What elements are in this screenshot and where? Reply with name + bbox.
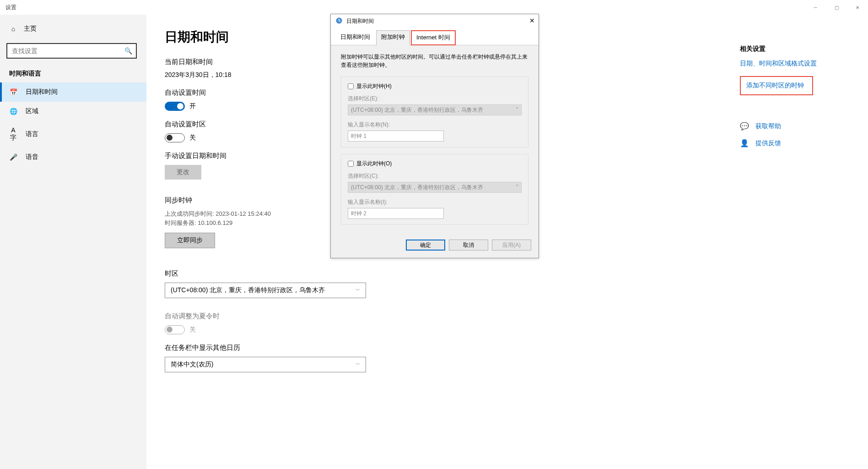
timezone-2-value: (UTC+08:00) 北京，重庆，香港特别行政区，乌鲁木齐 — [351, 184, 483, 191]
sidebar-item-datetime[interactable]: 📅 日期和时间 — [0, 82, 146, 102]
select-tz-1-label: 选择时区(E): — [348, 95, 522, 103]
window-titlebar: 设置 — [0, 0, 868, 15]
close-button[interactable]: ✕ — [847, 0, 868, 15]
timezone-2-select: (UTC+08:00) 北京，重庆，香港特别行政区，乌鲁木齐 ˅ — [348, 182, 522, 193]
sidebar-item-label: 语言 — [26, 130, 38, 138]
language-icon: A字 — [9, 126, 17, 142]
format-settings-link[interactable]: 日期、时间和区域格式设置 — [740, 60, 841, 68]
feedback-icon: 👤 — [740, 139, 748, 147]
clock-icon — [335, 17, 343, 26]
search-input[interactable] — [6, 43, 137, 59]
auto-time-state: 开 — [189, 102, 196, 110]
timezone-dropdown[interactable]: (UTC+08:00) 北京，重庆，香港特别行政区，乌鲁木齐 ﹀ — [165, 283, 366, 298]
auto-time-toggle[interactable] — [165, 102, 185, 111]
show-clock-2-label: 显示此时钟(O) — [356, 160, 392, 168]
sidebar-item-label: 日期和时间 — [26, 88, 58, 96]
other-calendar-label: 在任务栏中显示其他日历 — [165, 344, 850, 352]
sidebar: ⌂ 主页 🔍 时间和语言 📅 日期和时间 🌐 区域 A字 语言 🎤 语音 — [0, 15, 146, 469]
cancel-button[interactable]: 取消 — [449, 240, 488, 251]
sidebar-home[interactable]: ⌂ 主页 — [0, 19, 146, 38]
chevron-down-icon: ﹀ — [356, 287, 360, 294]
dialog-tabs: 日期和时间 附加时钟 Internet 时间 — [331, 28, 539, 45]
window-title: 设置 — [5, 4, 16, 11]
calendar-icon: 📅 — [9, 88, 17, 96]
select-tz-2-label: 选择时区(C): — [348, 172, 522, 180]
sidebar-item-speech[interactable]: 🎤 语音 — [0, 147, 146, 167]
tab-datetime[interactable]: 日期和时间 — [335, 30, 375, 45]
related-settings-header: 相关设置 — [740, 45, 841, 53]
other-calendar-value: 简体中文(农历) — [171, 360, 213, 369]
dst-toggle — [165, 325, 185, 334]
auto-tz-state: 关 — [189, 134, 196, 142]
right-panel: 相关设置 日期、时间和区域格式设置 添加不同时区的时钟 💬 获取帮助 👤 提供反… — [740, 45, 841, 156]
clock-2-name-input — [348, 208, 444, 219]
sidebar-section-title: 时间和语言 — [0, 65, 146, 82]
timezone-1-select: (UTC+08:00) 北京，重庆，香港特别行政区，乌鲁木齐 ˅ — [348, 104, 522, 115]
globe-icon: 🌐 — [9, 108, 17, 115]
search-icon[interactable]: 🔍 — [124, 47, 132, 55]
name-2-label: 输入显示名称(I): — [348, 198, 522, 206]
sidebar-item-language[interactable]: A字 语言 — [0, 121, 146, 147]
change-datetime-button[interactable]: 更改 — [165, 165, 201, 180]
get-help-link[interactable]: 获取帮助 — [755, 122, 781, 131]
maximize-button[interactable]: ▢ — [826, 0, 847, 15]
show-clock-2-checkbox[interactable] — [348, 161, 354, 167]
name-1-label: 输入显示名称(N): — [348, 121, 522, 129]
timezone-header: 时区 — [165, 269, 850, 278]
apply-button: 应用(A) — [492, 240, 531, 251]
ok-button[interactable]: 确定 — [406, 240, 445, 251]
show-clock-1-checkbox[interactable] — [348, 83, 354, 89]
show-clock-1-label: 显示此时钟(H) — [356, 82, 392, 90]
auto-tz-toggle[interactable] — [165, 133, 185, 142]
tab-additional-clocks[interactable]: 附加时钟 — [376, 30, 410, 45]
chevron-down-icon: ˅ — [516, 184, 518, 191]
dialog-close-button[interactable]: ✕ — [529, 17, 535, 24]
other-calendar-dropdown[interactable]: 简体中文(农历) ﹀ — [165, 357, 366, 372]
feedback-link[interactable]: 提供反馈 — [755, 139, 781, 147]
clock-1-name-input — [348, 131, 444, 142]
minimize-button[interactable]: ─ — [805, 0, 826, 15]
dst-label: 自动调整为夏令时 — [165, 312, 850, 321]
clock-1-group: 显示此时钟(H) 选择时区(E): (UTC+08:00) 北京，重庆，香港特别… — [341, 76, 528, 147]
dst-state: 关 — [189, 326, 196, 334]
add-clocks-link[interactable]: 添加不同时区的时钟 — [740, 76, 813, 95]
dialog-button-row: 确定 取消 应用(A) — [331, 235, 539, 258]
timezone-value: (UTC+08:00) 北京，重庆，香港特别行政区，乌鲁木齐 — [171, 286, 325, 294]
sync-now-button[interactable]: 立即同步 — [165, 233, 215, 248]
dialog-title: 日期和时间 — [346, 17, 374, 25]
microphone-icon: 🎤 — [9, 153, 17, 161]
chevron-down-icon: ﹀ — [356, 361, 360, 368]
additional-clocks-dialog: 日期和时间 ✕ 日期和时间 附加时钟 Internet 时间 附加时钟可以显示其… — [330, 14, 539, 258]
dialog-body: 附加时钟可以显示其他时区的时间。可以通过单击任务栏时钟或悬停在其上来查看这些附加… — [331, 45, 539, 235]
sidebar-home-label: 主页 — [24, 25, 37, 33]
help-icon: 💬 — [740, 122, 748, 131]
dialog-description: 附加时钟可以显示其他时区的时间。可以通过单击任务栏时钟或悬停在其上来查看这些附加… — [341, 53, 528, 69]
clock-2-group: 显示此时钟(O) 选择时区(C): (UTC+08:00) 北京，重庆，香港特别… — [341, 154, 528, 225]
timezone-1-value: (UTC+08:00) 北京，重庆，香港特别行政区，乌鲁木齐 — [351, 106, 483, 114]
sidebar-item-label: 语音 — [26, 153, 38, 161]
show-clock-1-row[interactable]: 显示此时钟(H) — [348, 82, 522, 90]
sidebar-item-region[interactable]: 🌐 区域 — [0, 102, 146, 121]
chevron-down-icon: ˅ — [516, 107, 518, 113]
dialog-titlebar: 日期和时间 ✕ — [331, 14, 539, 28]
window-controls: ─ ▢ ✕ — [805, 0, 868, 15]
tab-internet-time[interactable]: Internet 时间 — [411, 30, 456, 45]
sidebar-item-label: 区域 — [26, 107, 38, 115]
show-clock-2-row[interactable]: 显示此时钟(O) — [348, 160, 522, 168]
home-icon: ⌂ — [9, 25, 17, 33]
